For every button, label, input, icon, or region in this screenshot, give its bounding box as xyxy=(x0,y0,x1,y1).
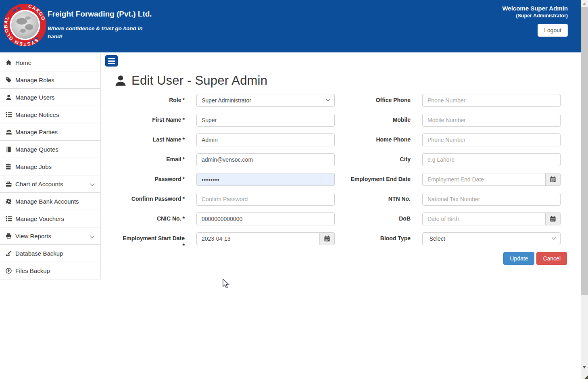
update-button[interactable]: Update xyxy=(503,252,534,265)
files-backup-icon xyxy=(5,268,12,274)
blood-type-select[interactable]: -Select- xyxy=(422,232,561,245)
sidebar-item-manage-notices[interactable]: Manage Notices xyxy=(0,106,101,123)
stacked-bars-icon xyxy=(5,164,12,170)
sidebar-item-home[interactable]: Home xyxy=(0,54,101,71)
scrollbar-thumb[interactable] xyxy=(581,7,588,295)
employment-end-date-input[interactable] xyxy=(422,173,546,186)
sidebar-item-label: View Reports xyxy=(15,233,51,239)
city-input[interactable] xyxy=(422,153,561,166)
form-row-city: City xyxy=(335,153,561,166)
role-select[interactable]: Super Administrator xyxy=(196,94,335,107)
home-phone-label: Home Phone xyxy=(335,133,411,146)
calendar-icon[interactable] xyxy=(545,212,561,225)
employment-start-date-input[interactable] xyxy=(196,232,320,245)
logout-button[interactable]: Logout xyxy=(538,24,568,37)
mobile-input[interactable] xyxy=(422,114,561,127)
sidebar-item-label: Manage Notices xyxy=(15,111,59,118)
email-input[interactable] xyxy=(196,153,335,166)
calendar-icon[interactable] xyxy=(319,232,335,245)
sidebar-item-database-backup[interactable]: Database Backup xyxy=(0,245,101,262)
scroll-down-arrow-icon[interactable] xyxy=(583,366,586,369)
sidebar-item-label: Manage Parties xyxy=(15,129,58,135)
sidebar-item-files-backup[interactable]: Files Backup xyxy=(0,262,101,279)
employment-start-date-label: Employment Start Date* xyxy=(113,232,185,249)
cancel-button[interactable]: Cancel xyxy=(536,252,567,265)
printer-icon xyxy=(5,233,12,239)
calendar-icon[interactable] xyxy=(545,173,561,186)
sidebar-item-label: Home xyxy=(15,59,31,66)
confirm-password-label: Confirm Password* xyxy=(113,193,185,206)
dob-input[interactable] xyxy=(422,212,546,225)
office-phone-input[interactable] xyxy=(422,94,561,107)
dob-label: DoB xyxy=(335,212,411,225)
form-row-mobile: Mobile xyxy=(335,114,561,127)
chevron-down-icon xyxy=(90,181,94,186)
sidebar-item-label: Manage Vouchers xyxy=(15,215,64,222)
sidebar-item-label: Database Backup xyxy=(15,250,63,257)
last-name-label: Last Name* xyxy=(113,133,185,146)
briefcase-icon xyxy=(5,181,12,187)
chevron-down-icon xyxy=(90,233,94,238)
sidebar-item-label: Manage Bank Accounts xyxy=(15,198,79,205)
form-row-confirm-password: Confirm Password* xyxy=(113,193,335,206)
app-header: CARGO SYSTEM GLOBAL Freight Forwading (P… xyxy=(0,0,581,52)
gear-icon xyxy=(5,198,12,204)
chevron-down-icon xyxy=(326,97,330,101)
confirm-password-input[interactable] xyxy=(196,193,335,206)
form-row-employment-start-date: Employment Start Date* xyxy=(113,232,335,249)
main-content: Edit User - Super Admin Role* Super Admi… xyxy=(101,52,581,379)
sidebar-item-label: Manage Jobs xyxy=(15,163,52,170)
home-icon xyxy=(5,60,12,66)
sidebar-item-label: Manage Roles xyxy=(15,77,54,83)
sidebar-item-manage-jobs[interactable]: Manage Jobs xyxy=(0,158,101,175)
sidebar-item-view-reports[interactable]: View Reports xyxy=(0,227,101,245)
form-row-role: Role* Super Administrator xyxy=(113,94,335,107)
role-label: Role* xyxy=(113,94,185,107)
vertical-scrollbar[interactable] xyxy=(581,0,588,379)
sidebar-item-manage-parties[interactable]: Manage Parties xyxy=(0,123,101,141)
form-row-cnic: CNIC No.* xyxy=(113,212,335,225)
welcome-text: Welcome Super Admin xyxy=(502,5,568,12)
last-name-input[interactable] xyxy=(196,133,335,146)
welcome-role-text: (Super Administrator) xyxy=(502,13,568,19)
cnic-input[interactable] xyxy=(196,212,335,225)
sidebar-item-manage-roles[interactable]: Manage Roles xyxy=(0,71,101,89)
sidebar-toggle-button[interactable] xyxy=(105,55,118,67)
sidebar-item-manage-users[interactable]: Manage Users xyxy=(0,89,101,106)
form-row-last-name: Last Name* xyxy=(113,133,335,146)
company-name: Freight Forwading (Pvt.) Ltd. xyxy=(48,10,152,19)
form-row-employment-end-date: Employment End Date xyxy=(335,173,561,186)
sidebar-item-label: Chart of Accounts xyxy=(15,181,63,187)
tag-icon xyxy=(5,77,12,83)
sidebar-nav: Home Manage Roles Manage Users Manage No… xyxy=(0,54,101,279)
form-row-office-phone: Office Phone xyxy=(335,94,561,107)
app-window: CARGO SYSTEM GLOBAL Freight Forwading (P… xyxy=(0,0,588,379)
sidebar-item-manage-bank-accounts[interactable]: Manage Bank Accounts xyxy=(0,193,101,210)
users-icon xyxy=(5,129,12,135)
password-label: Password* xyxy=(113,173,185,186)
sidebar-item-manage-vouchers[interactable]: Manage Vouchers xyxy=(0,210,101,227)
ntn-input[interactable] xyxy=(422,193,561,206)
ntn-label: NTN No. xyxy=(335,193,411,206)
sidebar-item-label: Manage Users xyxy=(15,94,55,101)
scroll-up-arrow-icon[interactable] xyxy=(583,2,586,5)
chevron-down-icon xyxy=(552,235,556,239)
database-backup-icon xyxy=(5,250,12,256)
company-logo: CARGO SYSTEM GLOBAL xyxy=(3,3,47,47)
sidebar-item-chart-of-accounts[interactable]: Chart of Accounts xyxy=(0,175,101,193)
form-row-dob: DoB xyxy=(335,212,561,225)
first-name-input[interactable] xyxy=(196,114,335,127)
home-phone-input[interactable] xyxy=(422,133,561,146)
form-row-ntn: NTN No. xyxy=(335,193,561,206)
form-row-password: Password* xyxy=(113,173,335,186)
password-input[interactable] xyxy=(196,173,335,186)
mobile-label: Mobile xyxy=(335,114,411,127)
form-row-email: Email* xyxy=(113,153,335,166)
sidebar-item-manage-quotes[interactable]: Manage Quotes xyxy=(0,141,101,158)
list-icon xyxy=(5,216,12,222)
book-icon xyxy=(5,146,12,152)
user-icon xyxy=(5,94,12,100)
form-row-home-phone: Home Phone xyxy=(335,133,561,146)
city-label: City xyxy=(335,153,411,166)
first-name-label: First Name* xyxy=(113,114,185,127)
